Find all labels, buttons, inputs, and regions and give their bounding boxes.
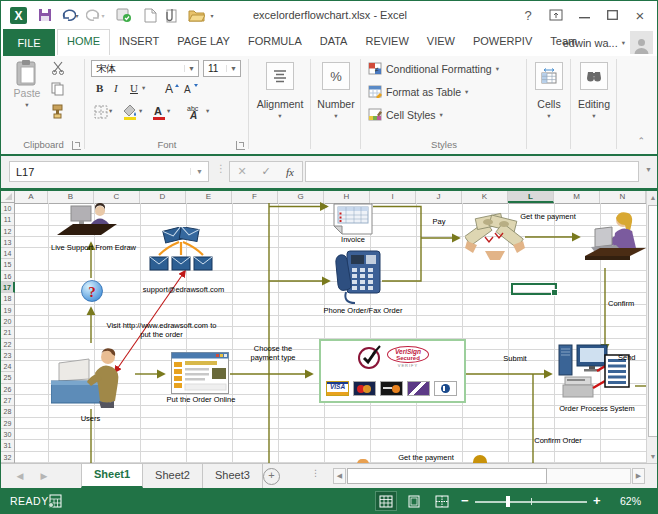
online-order-browser-icon[interactable] bbox=[171, 352, 229, 394]
phone-fax-icon[interactable] bbox=[335, 250, 381, 305]
horizontal-scrollbar[interactable]: ◀ ▶ bbox=[333, 468, 645, 484]
fill-color-dropdown-icon[interactable]: ▾ bbox=[139, 107, 142, 115]
horizontal-scroll-thumb[interactable] bbox=[347, 468, 547, 484]
ribbon-display-options-icon[interactable] bbox=[545, 5, 567, 25]
row-header-21[interactable]: 21 bbox=[1, 327, 14, 338]
user-at-computer-icon[interactable] bbox=[51, 343, 135, 409]
row-header-20[interactable]: 20 bbox=[1, 316, 14, 327]
row-header-15[interactable]: 15 bbox=[1, 259, 14, 270]
macro-record-icon[interactable] bbox=[47, 494, 62, 512]
row-header-13[interactable]: 13 bbox=[1, 237, 14, 248]
underline-button[interactable]: U bbox=[130, 82, 138, 94]
minimize-button[interactable] bbox=[573, 5, 595, 25]
zoom-slider-thumb[interactable] bbox=[506, 496, 510, 507]
normal-view-icon[interactable] bbox=[375, 491, 397, 511]
row-header-22[interactable]: 22 bbox=[1, 339, 14, 350]
fill-handle[interactable] bbox=[551, 289, 558, 296]
row-header-18[interactable]: 18 bbox=[1, 293, 14, 304]
label-phone-order[interactable]: Phone Order/Fax Order bbox=[313, 306, 413, 315]
cell-styles-button[interactable]: Cell Styles▾ bbox=[368, 108, 443, 121]
formula-bar-grip[interactable]: ⋮ bbox=[216, 163, 226, 174]
cells-button[interactable]: Cells ▾ bbox=[528, 62, 570, 120]
font-size-combo[interactable]: 11▼ bbox=[203, 60, 241, 77]
zoom-percentage[interactable]: 62% bbox=[620, 495, 641, 507]
font-color-dropdown-icon[interactable]: ▾ bbox=[167, 107, 170, 115]
row-header-16[interactable]: 16 bbox=[1, 271, 14, 282]
label-support-email[interactable]: support@edrawsoft.com bbox=[131, 285, 236, 294]
format-painter-icon[interactable] bbox=[51, 104, 65, 119]
page-layout-view-icon[interactable] bbox=[403, 491, 425, 511]
column-header-H[interactable]: H bbox=[324, 191, 370, 203]
label-pay[interactable]: Pay bbox=[421, 217, 457, 226]
row-header-25[interactable]: 25 bbox=[1, 372, 14, 383]
column-header-M[interactable]: M bbox=[554, 191, 600, 203]
row-header-28[interactable]: 28 bbox=[1, 406, 14, 417]
label-live-support[interactable]: Live Support From Edraw bbox=[41, 243, 146, 252]
enter-icon[interactable]: ✓ bbox=[254, 165, 278, 178]
column-header-I[interactable]: I bbox=[370, 191, 416, 203]
format-as-table-button[interactable]: Format as Table▾ bbox=[368, 85, 468, 98]
font-name-combo[interactable]: 宋体▼ bbox=[91, 60, 199, 77]
label-get-payment-bottom[interactable]: Get the payment bbox=[386, 453, 466, 462]
tab-review[interactable]: REVIEW bbox=[356, 29, 417, 54]
font-size-dropdown-icon[interactable]: ▼ bbox=[226, 65, 240, 72]
zoom-out-icon[interactable]: − bbox=[461, 493, 469, 508]
phonetic-guide-icon[interactable]: abcA bbox=[186, 104, 204, 120]
maximize-button[interactable] bbox=[601, 5, 623, 25]
underline-dropdown-icon[interactable]: ▾ bbox=[142, 84, 145, 92]
row-header-10[interactable]: 10 bbox=[1, 203, 14, 214]
hscroll-right-icon[interactable]: ▶ bbox=[632, 468, 645, 484]
font-name-dropdown-icon[interactable]: ▼ bbox=[184, 65, 198, 72]
label-submit[interactable]: Submit bbox=[493, 354, 537, 363]
row-header-30[interactable]: 30 bbox=[1, 429, 14, 440]
alignment-button[interactable]: Alignment ▾ bbox=[250, 62, 310, 120]
copy-icon[interactable] bbox=[51, 82, 65, 96]
active-cell-selection[interactable] bbox=[511, 283, 557, 295]
tab-insert[interactable]: INSERT bbox=[110, 29, 168, 54]
conditional-formatting-button[interactable]: ≠ Conditional Formatting▾ bbox=[368, 62, 499, 75]
column-header-G[interactable]: G bbox=[278, 191, 324, 203]
bold-button[interactable]: B bbox=[96, 82, 103, 94]
column-header-B[interactable]: B bbox=[48, 191, 94, 203]
italic-button[interactable]: I bbox=[114, 82, 118, 94]
column-header-J[interactable]: J bbox=[416, 191, 462, 203]
tab-home[interactable]: HOME bbox=[57, 29, 110, 55]
vertical-scroll-thumb[interactable] bbox=[648, 205, 658, 437]
label-invoice[interactable]: Invoice bbox=[323, 235, 383, 244]
font-color-icon[interactable]: A bbox=[152, 104, 166, 120]
fill-color-icon[interactable] bbox=[122, 104, 138, 120]
row-header-17[interactable]: 17 bbox=[1, 282, 15, 293]
row-header-14[interactable]: 14 bbox=[1, 248, 14, 259]
column-header-A[interactable]: A bbox=[15, 191, 48, 203]
formula-input[interactable] bbox=[305, 161, 639, 182]
borders-dropdown-icon[interactable]: ▾ bbox=[109, 107, 112, 115]
row-header-26[interactable]: 26 bbox=[1, 384, 14, 395]
row-header-32[interactable]: 32 bbox=[1, 452, 14, 463]
sheet-tab-sheet1[interactable]: Sheet1 bbox=[81, 464, 143, 488]
row-header-24[interactable]: 24 bbox=[1, 361, 14, 372]
scroll-down-icon[interactable]: ▼ bbox=[647, 450, 658, 463]
column-header-F[interactable]: F bbox=[232, 191, 278, 203]
zoom-in-icon[interactable]: + bbox=[593, 493, 601, 508]
sheet-tab-sheet3[interactable]: Sheet3 bbox=[203, 464, 263, 488]
row-header-12[interactable]: 12 bbox=[1, 226, 14, 237]
sheet-nav-right-icon[interactable]: ▶ bbox=[33, 464, 55, 488]
row-header-19[interactable]: 19 bbox=[1, 305, 14, 316]
row-header-23[interactable]: 23 bbox=[1, 350, 14, 361]
tab-powerpiv[interactable]: POWERPIV bbox=[464, 29, 541, 54]
tab-page-lay[interactable]: PAGE LAY bbox=[168, 29, 239, 54]
invoice-icon[interactable] bbox=[333, 203, 373, 235]
email-support-icon[interactable] bbox=[149, 227, 213, 271]
select-all-corner[interactable] bbox=[1, 191, 15, 203]
collapse-ribbon-icon[interactable]: ⌃ bbox=[637, 136, 645, 146]
column-header-D[interactable]: D bbox=[140, 191, 186, 203]
row-header-27[interactable]: 27 bbox=[1, 395, 14, 406]
new-sheet-button[interactable]: + bbox=[263, 468, 280, 485]
cancel-icon[interactable]: ✕ bbox=[230, 165, 254, 178]
name-box[interactable]: L17 ▼ bbox=[9, 161, 209, 182]
column-header-L[interactable]: L bbox=[508, 191, 554, 203]
name-box-dropdown-icon[interactable]: ▼ bbox=[190, 168, 208, 175]
tab-formula[interactable]: FORMULA bbox=[239, 29, 311, 54]
page-break-view-icon[interactable] bbox=[431, 491, 453, 511]
column-header-N[interactable]: N bbox=[600, 191, 646, 203]
